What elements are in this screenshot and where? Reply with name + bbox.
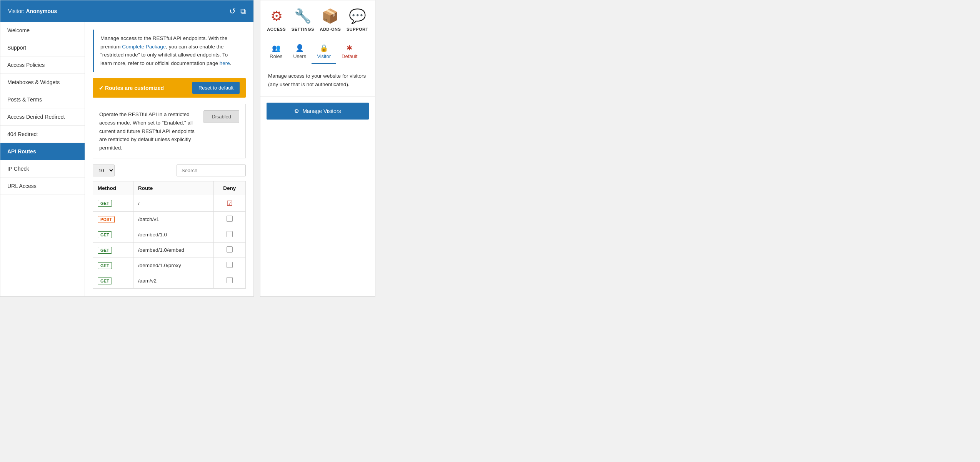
sidebar-item-404-redirect[interactable]: 404 Redirect bbox=[0, 126, 85, 143]
sidebar-item-ip-check[interactable]: IP Check bbox=[0, 160, 85, 178]
tab-roles-label: Roles bbox=[270, 53, 282, 59]
method-badge: GET bbox=[98, 231, 112, 238]
route-deny[interactable] bbox=[213, 227, 245, 243]
table-controls: 10 25 50 bbox=[93, 165, 246, 176]
default-icon: ✱ bbox=[347, 44, 352, 52]
route-method: POST bbox=[93, 212, 133, 227]
deny-checkbox-unchecked[interactable] bbox=[227, 262, 233, 268]
method-badge: GET bbox=[98, 200, 112, 207]
route-method: GET bbox=[93, 258, 133, 273]
sidebar-item-access-denied[interactable]: Access Denied Redirect bbox=[0, 108, 85, 126]
tab-roles[interactable]: 👥 Roles bbox=[264, 40, 288, 64]
route-deny[interactable] bbox=[213, 243, 245, 258]
route-path: /oembed/1.0 bbox=[133, 227, 213, 243]
code-icon-btn[interactable]: ⧉ bbox=[240, 7, 246, 16]
complete-package-link[interactable]: Complete Package bbox=[122, 44, 166, 50]
header-bar: Visitor: Anonymous ↺ ⧉ bbox=[0, 0, 253, 22]
route-deny[interactable] bbox=[213, 258, 245, 273]
deny-checkbox-unchecked[interactable] bbox=[227, 216, 233, 222]
disabled-button[interactable]: Disabled bbox=[203, 110, 239, 123]
col-header-method: Method bbox=[93, 181, 133, 195]
restricted-mode-box: Operate the RESTful API in a restricted … bbox=[93, 104, 246, 158]
method-badge: GET bbox=[98, 262, 112, 269]
route-deny[interactable]: ☑ bbox=[213, 195, 245, 212]
sidebar-item-url-access[interactable]: URL Access bbox=[0, 178, 85, 195]
tab-users[interactable]: 👤 Users bbox=[288, 40, 312, 64]
sidebar-item-posts-terms[interactable]: Posts & Terms bbox=[0, 91, 85, 108]
route-path: /oembed/1.0/proxy bbox=[133, 258, 213, 273]
route-method: GET bbox=[93, 195, 133, 212]
settings-icon: 🔧 bbox=[292, 8, 314, 24]
tabs-bar: 👥 Roles 👤 Users 🔒 Visitor ✱ Default bbox=[260, 40, 375, 64]
method-badge: POST bbox=[98, 216, 115, 223]
access-icon-item[interactable]: ⚙ ACCESS bbox=[267, 8, 286, 32]
settings-icon-item[interactable]: 🔧 SETTINGS bbox=[292, 8, 314, 32]
users-icon: 👤 bbox=[295, 44, 304, 52]
deny-checkbox-unchecked[interactable] bbox=[227, 277, 233, 283]
tab-visitor[interactable]: 🔒 Visitor bbox=[312, 40, 336, 64]
right-panel: ⚙ ACCESS 🔧 SETTINGS 📦 ADD-ONS 💬 SUPPORT … bbox=[260, 0, 375, 297]
tab-default[interactable]: ✱ Default bbox=[336, 40, 363, 64]
top-icons-bar: ⚙ ACCESS 🔧 SETTINGS 📦 ADD-ONS 💬 SUPPORT bbox=[260, 0, 375, 36]
routes-table: Method Route Deny GET / ☑ POST /batch/v1… bbox=[93, 181, 246, 289]
manage-visitors-button[interactable]: ⚙ Manage Visitors bbox=[267, 103, 369, 120]
table-row: GET /oembed/1.0 bbox=[93, 227, 246, 243]
manage-visitors-label: Manage Visitors bbox=[302, 108, 341, 114]
sidebar-item-api-routes[interactable]: API Routes bbox=[0, 143, 85, 160]
notice-bar: ✔ Routes are customized Reset to default bbox=[93, 78, 246, 98]
addons-icon: 📦 bbox=[320, 8, 341, 24]
deny-checkbox-checked[interactable]: ☑ bbox=[227, 199, 233, 207]
visitor-description: Manage access to your website for visito… bbox=[260, 64, 375, 96]
method-badge: GET bbox=[98, 278, 112, 284]
support-icon-item[interactable]: 💬 SUPPORT bbox=[347, 8, 368, 32]
table-row: GET /oembed/1.0/embed bbox=[93, 243, 246, 258]
route-path: /oembed/1.0/embed bbox=[133, 243, 213, 258]
access-icon: ⚙ bbox=[267, 8, 286, 24]
main-content: Manage access to the RESTful API endpoin… bbox=[85, 22, 253, 296]
deny-checkbox-unchecked[interactable] bbox=[227, 246, 233, 253]
here-link[interactable]: here bbox=[220, 60, 230, 66]
support-icon: 💬 bbox=[347, 8, 368, 24]
route-path: /batch/v1 bbox=[133, 212, 213, 227]
route-path: / bbox=[133, 195, 213, 212]
roles-icon: 👥 bbox=[272, 44, 280, 52]
table-row: GET /aam/v2 bbox=[93, 273, 246, 289]
route-method: GET bbox=[93, 273, 133, 289]
visitor-label: Visitor: bbox=[8, 8, 26, 14]
col-header-deny: Deny bbox=[213, 181, 245, 195]
visitor-icon: 🔒 bbox=[320, 44, 328, 52]
notice-text: ✔ Routes are customized bbox=[99, 85, 164, 91]
route-path: /aam/v2 bbox=[133, 273, 213, 289]
header-actions: ↺ ⧉ bbox=[229, 7, 246, 16]
sidebar-item-welcome[interactable]: Welcome bbox=[0, 22, 85, 39]
col-header-route: Route bbox=[133, 181, 213, 195]
gear-icon: ⚙ bbox=[294, 108, 299, 114]
search-input[interactable] bbox=[177, 165, 246, 176]
reset-to-default-button[interactable]: Reset to default bbox=[192, 82, 240, 94]
tab-users-label: Users bbox=[293, 53, 306, 59]
reset-icon-btn[interactable]: ↺ bbox=[229, 7, 236, 16]
route-deny[interactable] bbox=[213, 212, 245, 227]
tab-visitor-label: Visitor bbox=[317, 53, 331, 59]
deny-checkbox-unchecked[interactable] bbox=[227, 231, 233, 237]
sidebar-nav: Welcome Support Access Policies Metaboxe… bbox=[0, 22, 85, 296]
table-row: GET / ☑ bbox=[93, 195, 246, 212]
addons-icon-item[interactable]: 📦 ADD-ONS bbox=[320, 8, 341, 32]
route-deny[interactable] bbox=[213, 273, 245, 289]
table-row: GET /oembed/1.0/proxy bbox=[93, 258, 246, 273]
sidebar-item-support[interactable]: Support bbox=[0, 39, 85, 57]
sidebar-item-metaboxes[interactable]: Metaboxes & Widgets bbox=[0, 74, 85, 91]
tab-default-label: Default bbox=[342, 53, 357, 59]
access-label: ACCESS bbox=[267, 27, 286, 32]
route-method: GET bbox=[93, 243, 133, 258]
support-label: SUPPORT bbox=[347, 27, 368, 32]
sidebar-item-access-policies[interactable]: Access Policies bbox=[0, 57, 85, 74]
restricted-mode-desc: Operate the RESTful API in a restricted … bbox=[99, 110, 197, 152]
per-page-select[interactable]: 10 25 50 bbox=[93, 165, 115, 176]
settings-label: SETTINGS bbox=[292, 27, 314, 32]
visitor-name: Anonymous bbox=[26, 8, 57, 14]
info-text-3: . bbox=[230, 60, 232, 66]
page-title: Visitor: Anonymous bbox=[8, 8, 57, 14]
table-row: POST /batch/v1 bbox=[93, 212, 246, 227]
addons-label: ADD-ONS bbox=[320, 27, 341, 32]
